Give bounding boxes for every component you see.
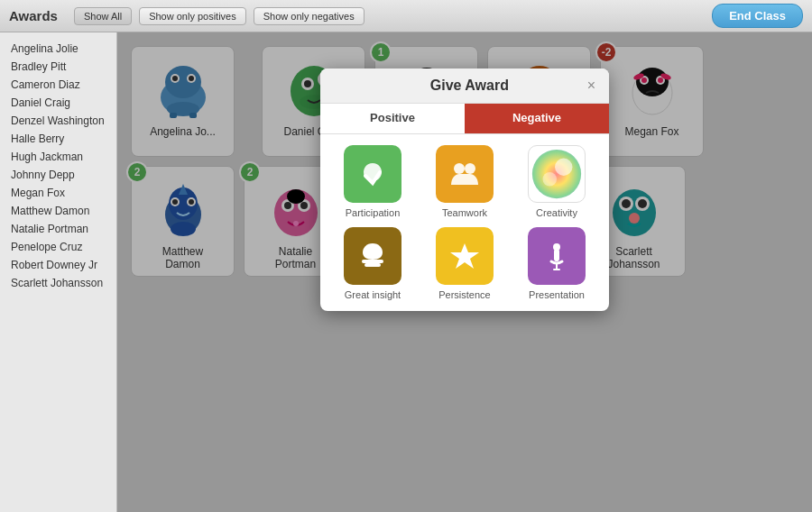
sidebar-item-robert[interactable]: Robert Downey Jr bbox=[0, 256, 116, 274]
persistence-icon bbox=[436, 227, 494, 285]
tab-positive[interactable]: Positive bbox=[320, 104, 465, 133]
awards-title: Awards bbox=[9, 8, 58, 23]
award-creativity-label: Creativity bbox=[536, 207, 577, 218]
award-persistence-label: Persistence bbox=[438, 289, 490, 300]
sidebar-item-penelope[interactable]: Penelope Cruz bbox=[0, 238, 116, 256]
sidebar-item-bradley[interactable]: Bradley Pitt bbox=[0, 58, 116, 76]
filter-show-positives[interactable]: Show only positives bbox=[139, 7, 246, 25]
svg-point-74 bbox=[454, 163, 465, 174]
award-insight[interactable]: Great insight bbox=[331, 227, 414, 300]
svg-rect-79 bbox=[362, 260, 383, 263]
filter-show-negatives[interactable]: Show only negatives bbox=[254, 7, 364, 25]
participation-icon bbox=[344, 145, 401, 203]
svg-rect-84 bbox=[555, 251, 558, 261]
award-presentation[interactable]: Presentation bbox=[515, 227, 598, 300]
content-area: Angelina Jo... Daniel Craig 1 bbox=[117, 32, 812, 512]
svg-rect-85 bbox=[556, 263, 558, 269]
sidebar-item-natalie[interactable]: Natalie Portman bbox=[0, 220, 116, 238]
insight-icon bbox=[344, 227, 401, 285]
teamwork-icon bbox=[436, 145, 494, 203]
tab-negative[interactable]: Negative bbox=[465, 104, 609, 133]
award-participation-label: Participation bbox=[346, 207, 401, 218]
award-teamwork-label: Teamwork bbox=[442, 207, 487, 218]
give-award-modal: Give Award × Positive Negative bbox=[320, 69, 609, 311]
sidebar: Angelina Jolie Bradley Pitt Cameron Diaz… bbox=[0, 32, 117, 512]
svg-point-75 bbox=[465, 163, 475, 174]
modal-close-button[interactable]: × bbox=[587, 78, 595, 94]
main-layout: Angelina Jolie Bradley Pitt Cameron Diaz… bbox=[0, 32, 812, 512]
award-creativity[interactable]: Creativity bbox=[515, 145, 598, 218]
award-persistence[interactable]: Persistence bbox=[423, 227, 506, 300]
end-class-button[interactable]: End Class bbox=[712, 4, 803, 28]
sidebar-item-denzel[interactable]: Denzel Washington bbox=[0, 112, 116, 130]
svg-rect-80 bbox=[364, 263, 381, 267]
sidebar-item-halle[interactable]: Halle Berry bbox=[0, 130, 116, 148]
modal-overlay[interactable]: Give Award × Positive Negative bbox=[117, 32, 812, 512]
svg-rect-86 bbox=[553, 269, 560, 270]
award-participation[interactable]: Participation bbox=[331, 145, 414, 218]
filter-show-all[interactable]: Show All bbox=[74, 7, 132, 25]
svg-point-77 bbox=[555, 159, 572, 176]
modal-tabs: Positive Negative bbox=[320, 104, 609, 134]
sidebar-item-hugh[interactable]: Hugh Jackman bbox=[0, 148, 116, 166]
modal-header: Give Award × bbox=[320, 69, 609, 104]
sidebar-item-cameron[interactable]: Cameron Diaz bbox=[0, 76, 116, 94]
presentation-icon bbox=[528, 227, 586, 285]
svg-marker-81 bbox=[450, 243, 479, 269]
modal-awards-grid: Participation Teamwork bbox=[320, 134, 609, 311]
svg-point-76 bbox=[532, 150, 581, 198]
sidebar-item-megan[interactable]: Megan Fox bbox=[0, 184, 116, 202]
sidebar-item-scarlett[interactable]: Scarlett Johansson bbox=[0, 274, 116, 292]
svg-point-83 bbox=[553, 243, 560, 251]
sidebar-item-johnny[interactable]: Johnny Depp bbox=[0, 166, 116, 184]
top-bar: Awards Show All Show only positives Show… bbox=[0, 0, 812, 32]
creativity-icon bbox=[528, 145, 586, 203]
award-teamwork[interactable]: Teamwork bbox=[423, 145, 506, 218]
sidebar-item-angelina[interactable]: Angelina Jolie bbox=[0, 40, 116, 58]
modal-title: Give Award bbox=[352, 78, 587, 94]
award-presentation-label: Presentation bbox=[529, 289, 585, 300]
sidebar-item-matthew[interactable]: Matthew Damon bbox=[0, 202, 116, 220]
sidebar-item-daniel[interactable]: Daniel Craig bbox=[0, 94, 116, 112]
svg-point-78 bbox=[543, 172, 558, 187]
award-insight-label: Great insight bbox=[345, 289, 401, 300]
